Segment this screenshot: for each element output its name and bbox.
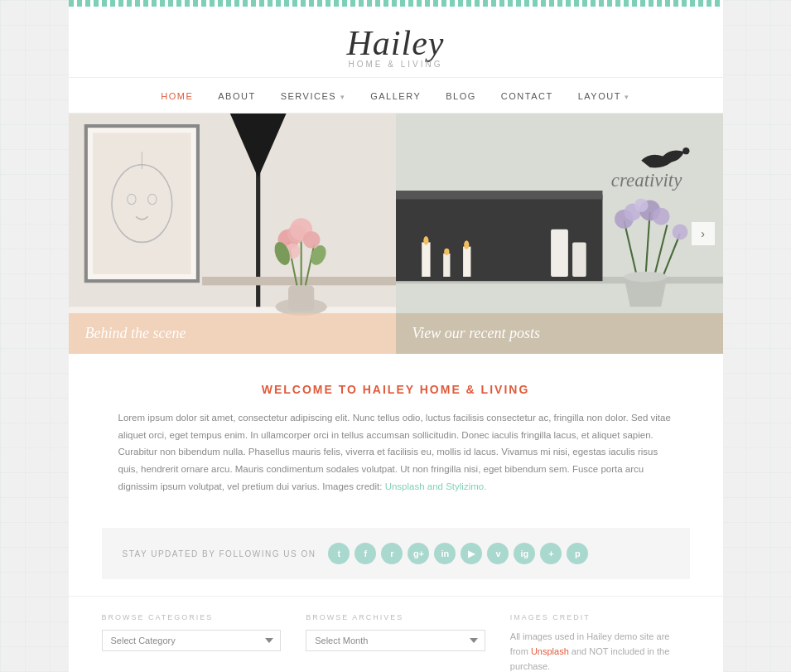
images-credit-text: All images used in Hailey demo site are …: [510, 630, 690, 672]
svg-point-38: [672, 225, 687, 240]
nav-item-gallery[interactable]: GALLERY: [370, 88, 421, 103]
nav-item-layout[interactable]: LAYOUT ▾: [578, 88, 630, 103]
nav-item-services[interactable]: SERVICES ▾: [281, 88, 346, 103]
svg-rect-10: [202, 277, 396, 285]
nav-link-layout[interactable]: LAYOUT ▾: [578, 91, 630, 101]
svg-point-37: [652, 208, 669, 225]
social-icon-youtube[interactable]: ▶: [461, 543, 482, 564]
hero-slide-left: Behind the scene: [69, 114, 396, 354]
social-icon-pinterest[interactable]: p: [567, 543, 588, 564]
svg-rect-43: [463, 247, 470, 277]
social-icon-add[interactable]: +: [540, 543, 562, 564]
welcome-section: WELCOME TO HAILEY HOME & LIVING Lorem ip…: [69, 354, 723, 511]
categories-widget-title: BROWSE CATEGORIES: [102, 613, 282, 621]
svg-point-27: [682, 147, 689, 154]
images-unsplash-link[interactable]: Unsplash: [531, 646, 569, 656]
footer-widgets: BROWSE CATEGORIES Select Category BROWSE…: [69, 596, 723, 672]
main-nav: HOME ABOUT SERVICES ▾ GALLERY BLOG CONTA…: [69, 77, 723, 114]
archives-select[interactable]: Select Month: [306, 630, 485, 651]
svg-point-19: [302, 231, 320, 249]
nav-item-home[interactable]: HOME: [161, 88, 193, 103]
social-bar: STAY UPDATED BY FOLLOWING US ON t f r g+…: [102, 528, 690, 579]
archives-widget-title: BROWSE ARCHIVES: [306, 613, 485, 621]
social-icon-googleplus[interactable]: g+: [408, 543, 429, 564]
layout-dropdown-arrow: ▾: [625, 93, 630, 101]
svg-rect-12: [288, 285, 314, 311]
nav-list: HOME ABOUT SERVICES ▾ GALLERY BLOG CONTA…: [69, 88, 723, 103]
social-icon-twitter[interactable]: t: [328, 543, 350, 564]
svg-point-46: [464, 240, 469, 249]
categories-select[interactable]: Select Category: [102, 630, 282, 651]
site-tagline: HOME & LIVING: [69, 60, 723, 69]
unsplash-link[interactable]: Unsplash: [385, 481, 425, 491]
svg-rect-41: [422, 242, 430, 277]
nav-item-contact[interactable]: CONTACT: [501, 88, 553, 103]
hero-slide-right: creativity View our recent posts: [396, 114, 723, 354]
nav-link-home[interactable]: HOME: [161, 91, 193, 101]
nav-link-contact[interactable]: CONTACT: [501, 91, 553, 101]
hero-slider: Behind the scene: [69, 114, 723, 354]
svg-point-39: [634, 198, 648, 212]
svg-text:creativity: creativity: [610, 170, 682, 191]
top-border-decoration: [69, 0, 723, 7]
welcome-body: Lorem ipsum dolor sit amet, consectetur …: [118, 409, 673, 495]
social-icon-vimeo[interactable]: v: [487, 543, 509, 564]
nav-link-gallery[interactable]: GALLERY: [370, 91, 421, 101]
welcome-title: WELCOME TO HAILEY HOME & LIVING: [118, 383, 673, 396]
svg-point-44: [423, 236, 428, 244]
social-label: STAY UPDATED BY FOLLOWING US ON: [123, 549, 316, 558]
svg-rect-29: [572, 242, 586, 277]
services-dropdown-arrow: ▾: [340, 93, 346, 101]
svg-point-40: [624, 272, 667, 282]
widget-archives: BROWSE ARCHIVES Select Month: [306, 613, 485, 672]
nav-item-blog[interactable]: BLOG: [446, 88, 476, 103]
nav-link-services[interactable]: SERVICES ▾: [281, 91, 346, 101]
svg-rect-28: [551, 230, 568, 277]
svg-rect-26: [396, 191, 602, 199]
widget-images-credit: IMAGES CREDIT All images used in Hailey …: [510, 613, 690, 672]
images-credit-title: IMAGES CREDIT: [510, 613, 690, 621]
social-icon-rss[interactable]: r: [381, 543, 403, 564]
site-logo: Hailey: [69, 23, 723, 63]
nav-link-about[interactable]: ABOUT: [218, 91, 255, 101]
slide-caption-right: View our recent posts: [396, 313, 723, 354]
nav-link-blog[interactable]: BLOG: [446, 91, 476, 101]
svg-point-45: [444, 249, 449, 255]
social-icon-linkedin[interactable]: in: [434, 543, 456, 564]
svg-rect-42: [443, 254, 450, 277]
widget-categories: BROWSE CATEGORIES Select Category: [102, 613, 282, 672]
slide-caption-left: Behind the scene: [69, 313, 396, 354]
social-icon-instagram[interactable]: ig: [514, 543, 535, 564]
stylizimo-link[interactable]: and Stylizimo.: [427, 481, 487, 491]
chevron-right-icon: ›: [701, 227, 705, 240]
social-icons-list: t f r g+ in ▶ v ig + p: [328, 543, 588, 564]
nav-item-about[interactable]: ABOUT: [218, 88, 255, 103]
page-wrapper: Hailey HOME & LIVING HOME ABOUT SERVICES…: [69, 0, 723, 672]
social-icon-facebook[interactable]: f: [355, 543, 376, 564]
slider-next-button[interactable]: ›: [692, 222, 715, 245]
site-header: Hailey HOME & LIVING: [69, 7, 723, 77]
